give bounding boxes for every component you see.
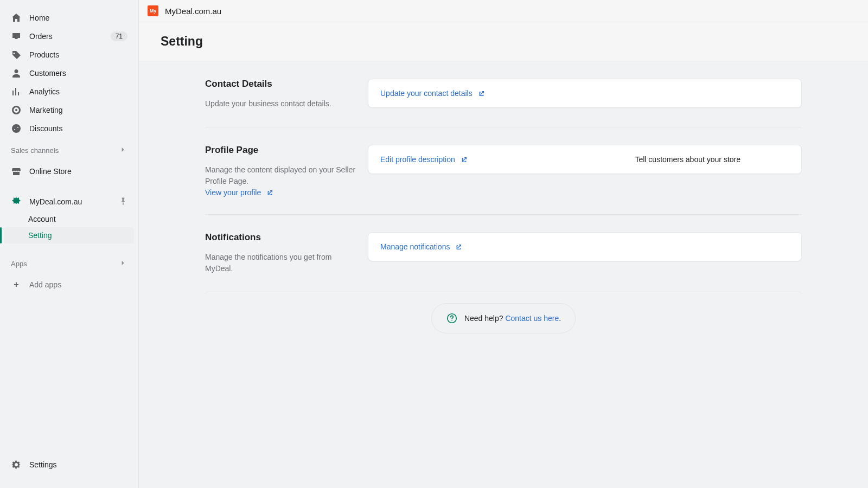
help-container: Need help? Contact us here. xyxy=(205,303,802,333)
section-notifications-left: Notifications Manage the notifications y… xyxy=(205,232,368,274)
chevron-right-icon xyxy=(119,145,127,156)
notifications-title: Notifications xyxy=(205,232,358,243)
external-link-icon xyxy=(455,243,462,251)
section-notifications-right: Manage notifications xyxy=(368,232,802,274)
sidebar: Home Orders 71 Products Customers Analyt… xyxy=(0,0,139,488)
profile-desc: Manage the content displayed on your Sel… xyxy=(205,164,358,187)
apps-nav: + Add apps xyxy=(0,272,138,297)
nav-discounts[interactable]: Discounts xyxy=(4,119,134,138)
mydeal-setting-label: Setting xyxy=(28,231,127,240)
view-profile-link-label: View your profile xyxy=(205,188,261,197)
external-link-icon xyxy=(461,156,468,163)
app-logo: My xyxy=(148,5,158,16)
inbox-icon xyxy=(11,31,22,42)
profile-card: Edit profile description Tell customers … xyxy=(368,145,802,174)
sidebar-bottom: Settings xyxy=(0,452,138,483)
nav-online-store[interactable]: Online Store xyxy=(4,162,134,181)
nav-discounts-label: Discounts xyxy=(29,124,127,133)
mydeal-nav: MyDeal.com.au Account Setting xyxy=(0,189,138,247)
nav-products[interactable]: Products xyxy=(4,46,134,64)
help-prefix: Need help? xyxy=(464,314,506,323)
tag-icon xyxy=(11,49,22,60)
pin-icon[interactable] xyxy=(119,197,127,207)
online-store-label: Online Store xyxy=(29,167,127,176)
nav-settings[interactable]: Settings xyxy=(4,455,134,474)
svg-point-1 xyxy=(451,320,452,321)
help-suffix: . xyxy=(559,314,561,323)
content: Contact Details Update your business con… xyxy=(139,61,868,488)
gear-icon xyxy=(11,459,22,470)
orders-badge: 71 xyxy=(111,31,127,41)
mydeal-label: MyDeal.com.au xyxy=(29,197,119,206)
analytics-icon xyxy=(11,86,22,97)
target-icon xyxy=(11,105,22,115)
nav-orders-label: Orders xyxy=(29,32,111,41)
help-text: Need help? Contact us here. xyxy=(464,314,561,323)
apps-header-label: Apps xyxy=(11,260,27,268)
person-icon xyxy=(11,68,22,79)
chevron-right-icon xyxy=(119,259,127,269)
notifications-card: Manage notifications xyxy=(368,232,802,261)
nav-mydeal-setting[interactable]: Setting xyxy=(4,227,134,243)
discount-icon xyxy=(11,123,22,134)
nav-home-label: Home xyxy=(29,14,127,22)
section-contact-left: Contact Details Update your business con… xyxy=(205,79,368,110)
home-icon xyxy=(11,12,22,23)
help-icon xyxy=(446,312,458,324)
profile-title: Profile Page xyxy=(205,145,358,156)
contact-us-link[interactable]: Contact us here xyxy=(505,314,559,323)
nav-customers[interactable]: Customers xyxy=(4,64,134,82)
topbar: My MyDeal.com.au xyxy=(139,0,868,22)
topbar-title: MyDeal.com.au xyxy=(165,7,221,16)
nav-products-label: Products xyxy=(29,50,127,59)
edit-profile-link[interactable]: Edit profile description xyxy=(380,155,468,164)
manage-notifications-link[interactable]: Manage notifications xyxy=(380,242,462,251)
nav-customers-label: Customers xyxy=(29,69,127,78)
contact-card: Update your contact details xyxy=(368,79,802,108)
apps-header[interactable]: Apps xyxy=(0,254,138,272)
main: My MyDeal.com.au Setting Contact Details… xyxy=(139,0,868,488)
notifications-desc: Manage the notifications you get from My… xyxy=(205,252,358,274)
primary-nav: Home Orders 71 Products Customers Analyt… xyxy=(0,5,138,141)
external-link-icon xyxy=(266,189,273,196)
section-profile-right: Edit profile description Tell customers … xyxy=(368,145,802,197)
add-apps-label: Add apps xyxy=(29,280,127,289)
edit-profile-link-label: Edit profile description xyxy=(380,155,455,164)
section-notifications: Notifications Manage the notifications y… xyxy=(205,215,802,292)
page-header: Setting xyxy=(139,22,868,61)
update-contact-link[interactable]: Update your contact details xyxy=(380,89,485,98)
nav-analytics[interactable]: Analytics xyxy=(4,82,134,101)
section-profile-left: Profile Page Manage the content displaye… xyxy=(205,145,368,197)
sales-channels-header[interactable]: Sales channels xyxy=(0,141,138,159)
update-contact-link-label: Update your contact details xyxy=(380,89,473,98)
profile-note: Tell customers about your store xyxy=(635,155,789,164)
external-link-icon xyxy=(478,90,485,97)
manage-notifications-link-label: Manage notifications xyxy=(380,242,450,251)
contact-desc: Update your business contact details. xyxy=(205,98,358,110)
mydeal-account-label: Account xyxy=(28,215,127,223)
nav-mydeal-account[interactable]: Account xyxy=(4,211,134,227)
mydeal-app-icon xyxy=(11,196,22,207)
help-box: Need help? Contact us here. xyxy=(431,303,576,333)
section-contact-right: Update your contact details xyxy=(368,79,802,110)
view-profile-link[interactable]: View your profile xyxy=(205,188,273,197)
nav-add-apps[interactable]: + Add apps xyxy=(4,275,134,294)
channels-nav: Online Store xyxy=(0,159,138,184)
page-title: Setting xyxy=(161,34,846,49)
settings-label: Settings xyxy=(29,460,127,469)
nav-orders[interactable]: Orders 71 xyxy=(4,27,134,46)
nav-marketing[interactable]: Marketing xyxy=(4,101,134,119)
nav-mydeal[interactable]: MyDeal.com.au xyxy=(4,192,134,211)
nav-marketing-label: Marketing xyxy=(29,106,127,114)
nav-analytics-label: Analytics xyxy=(29,87,127,96)
store-icon xyxy=(11,166,22,177)
plus-icon: + xyxy=(11,279,22,290)
nav-home[interactable]: Home xyxy=(4,9,134,27)
section-profile: Profile Page Manage the content displaye… xyxy=(205,127,802,215)
sales-channels-label: Sales channels xyxy=(11,146,59,155)
contact-title: Contact Details xyxy=(205,79,358,89)
section-contact: Contact Details Update your business con… xyxy=(205,61,802,127)
